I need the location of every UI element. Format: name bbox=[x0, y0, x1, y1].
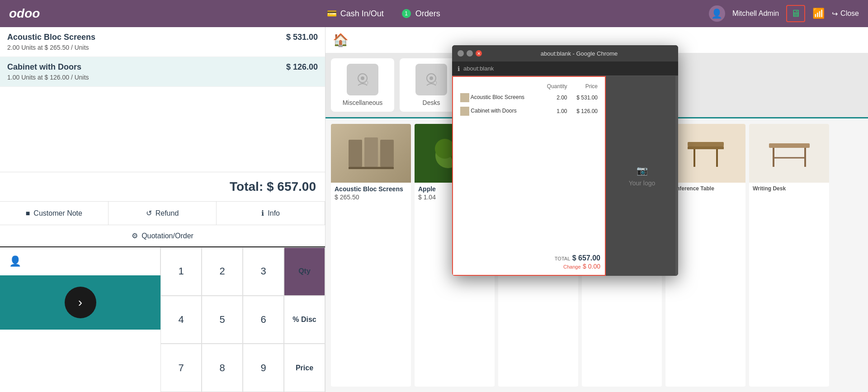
header-nav: 💳 Cash In/Out 1 Orders bbox=[58, 9, 709, 19]
num-5[interactable]: 5 bbox=[202, 296, 243, 344]
camera-icon: 📷 bbox=[637, 165, 648, 176]
customer-column: 👤 Customer › bbox=[0, 247, 160, 392]
product-image bbox=[749, 124, 829, 183]
refund-icon: ↺ bbox=[146, 209, 152, 217]
note-icon: ■ bbox=[26, 209, 30, 217]
qty-header: Quantity bbox=[541, 82, 569, 90]
price-header: Price bbox=[570, 82, 599, 90]
chrome-content: Quantity Price Acoustic Bloc Screens 2.0… bbox=[452, 76, 678, 276]
monitor-button[interactable]: 🖥 bbox=[786, 5, 805, 22]
receipt-change-value: $ 0.00 bbox=[583, 263, 600, 270]
main-container: Acoustic Bloc Screens 2.00 Units at $ 26… bbox=[0, 27, 868, 392]
svg-text:+: + bbox=[434, 81, 436, 85]
customer-note-label: Customer Note bbox=[33, 209, 82, 217]
customer-note-button[interactable]: ■ Customer Note bbox=[0, 202, 108, 225]
customer-label: Customer bbox=[27, 257, 62, 266]
order-items-list: Acoustic Bloc Screens 2.00 Units at $ 26… bbox=[0, 27, 325, 172]
customer-icon: 👤 bbox=[9, 255, 21, 267]
item-detail: 1.00 Units at $ 126.00 / Units bbox=[7, 74, 89, 81]
receipt-table: Quantity Price Acoustic Bloc Screens 2.0… bbox=[458, 81, 600, 118]
chrome-titlebar: ✕ about:blank - Google Chrome bbox=[452, 45, 678, 61]
cash-in-out-nav[interactable]: 💳 Cash In/Out bbox=[327, 9, 384, 19]
quotation-icon: ⚙ bbox=[132, 231, 138, 240]
discount-button[interactable]: % Disc bbox=[284, 296, 325, 344]
num-1[interactable]: 1 bbox=[160, 247, 202, 296]
info-icon: ℹ bbox=[261, 209, 264, 217]
num-2[interactable]: 2 bbox=[202, 247, 243, 296]
product-price: $ 265.50 bbox=[331, 194, 411, 201]
svg-rect-8 bbox=[349, 140, 362, 167]
num-7[interactable]: 7 bbox=[160, 344, 202, 392]
info-label: Info bbox=[268, 209, 280, 217]
receipt-row: Acoustic Bloc Screens 2.00 $ 531.00 bbox=[458, 91, 599, 104]
receipt-change-label: Change bbox=[563, 264, 581, 269]
bottom-teal: › bbox=[0, 275, 160, 330]
miscellaneous-label: Miscellaneous bbox=[343, 99, 383, 106]
total-label: Total: bbox=[230, 179, 263, 194]
pos-panel: Acoustic Bloc Screens 2.00 Units at $ 26… bbox=[0, 27, 326, 392]
item-detail: 2.00 Units at $ 265.50 / Units bbox=[7, 44, 95, 51]
price-button[interactable]: Price bbox=[284, 344, 325, 392]
close-button[interactable]: ↪ Close bbox=[832, 9, 859, 18]
info-button[interactable]: ℹ Info bbox=[217, 202, 325, 225]
receipt-logo-area: 📷 Your logo bbox=[606, 76, 678, 276]
quotation-label: Quotation/Order bbox=[142, 232, 193, 240]
qty-button[interactable]: Qty bbox=[284, 247, 325, 296]
desks-icon: + bbox=[415, 64, 447, 95]
receipt-row: Cabinet with Doors 1.00 $ 126.00 bbox=[458, 105, 599, 118]
chrome-title: about:blank - Google Chrome bbox=[486, 50, 673, 57]
item-price: $ 126.00 bbox=[286, 62, 318, 72]
svg-point-1 bbox=[361, 76, 364, 80]
total-value: $ 657.00 bbox=[267, 179, 316, 194]
home-icon[interactable]: 🏠 bbox=[333, 33, 349, 47]
refund-button[interactable]: ↺ Refund bbox=[108, 202, 217, 225]
miscellaneous-icon: + bbox=[347, 64, 378, 95]
svg-rect-10 bbox=[380, 140, 394, 167]
desks-label: Desks bbox=[423, 99, 440, 106]
quotation-order-button[interactable]: ⚙ Quotation/Order bbox=[0, 225, 325, 247]
chrome-maximize[interactable] bbox=[467, 50, 473, 57]
category-miscellaneous[interactable]: + Miscellaneous bbox=[331, 58, 394, 112]
orders-label: Orders bbox=[415, 9, 440, 19]
cash-icon: 💳 bbox=[327, 9, 337, 19]
action-buttons: ■ Customer Note ↺ Refund ℹ Info ⚙ Quotat… bbox=[0, 201, 325, 247]
customer-row: 👤 Customer bbox=[0, 247, 160, 275]
order-item[interactable]: Cabinet with Doors 1.00 Units at $ 126.0… bbox=[0, 57, 325, 87]
numpad-grid: 1 2 3 Qty 4 5 6 % Disc 7 8 9 Price bbox=[160, 247, 325, 392]
receipt-area: Quantity Price Acoustic Bloc Screens 2.0… bbox=[452, 76, 606, 276]
product-card[interactable]: Writing Desk bbox=[749, 124, 829, 387]
num-8[interactable]: 8 bbox=[202, 344, 243, 392]
chrome-info-icon: ℹ bbox=[458, 65, 460, 72]
customer-button[interactable]: 👤 Customer bbox=[0, 247, 160, 275]
svg-text:+: + bbox=[365, 81, 368, 85]
header: odoo 💳 Cash In/Out 1 Orders 👤 Mitchell A… bbox=[0, 0, 868, 27]
wifi-icon: 📶 bbox=[812, 8, 825, 19]
receipt-item-img bbox=[460, 93, 469, 102]
chrome-close[interactable]: ✕ bbox=[476, 50, 482, 57]
receipt-total-label: TOTAL bbox=[555, 256, 570, 261]
avatar: 👤 bbox=[709, 5, 725, 22]
close-label: Close bbox=[840, 9, 859, 18]
num-3[interactable]: 3 bbox=[243, 247, 284, 296]
order-total: Total: $ 657.00 bbox=[0, 172, 325, 201]
num-6[interactable]: 6 bbox=[243, 296, 284, 344]
item-name: Cabinet with Doors bbox=[7, 62, 89, 72]
scroll-indicator[interactable] bbox=[675, 76, 678, 276]
close-icon: ↪ bbox=[832, 9, 838, 18]
chrome-addressbar: ℹ about:blank bbox=[452, 61, 678, 76]
num-9[interactable]: 9 bbox=[243, 344, 284, 392]
receipt-footer: TOTAL $ 657.00 Change $ 0.00 bbox=[555, 254, 600, 270]
chrome-window: ✕ about:blank - Google Chrome ℹ about:bl… bbox=[452, 45, 678, 276]
receipt-total-value: $ 657.00 bbox=[572, 254, 600, 262]
orders-nav[interactable]: 1 Orders bbox=[402, 9, 440, 19]
order-item[interactable]: Acoustic Bloc Screens 2.00 Units at $ 26… bbox=[0, 27, 325, 57]
product-image bbox=[331, 124, 411, 183]
product-card[interactable]: Acoustic Bloc Screens $ 265.50 bbox=[331, 124, 411, 387]
num-4[interactable]: 4 bbox=[160, 296, 202, 344]
orders-badge: 1 bbox=[402, 9, 411, 18]
item-name: Acoustic Bloc Screens bbox=[7, 33, 95, 42]
user-name: Mitchell Admin bbox=[732, 9, 779, 18]
svg-point-14 bbox=[435, 139, 455, 159]
next-button[interactable]: › bbox=[65, 287, 96, 318]
chrome-minimize[interactable] bbox=[458, 50, 464, 57]
